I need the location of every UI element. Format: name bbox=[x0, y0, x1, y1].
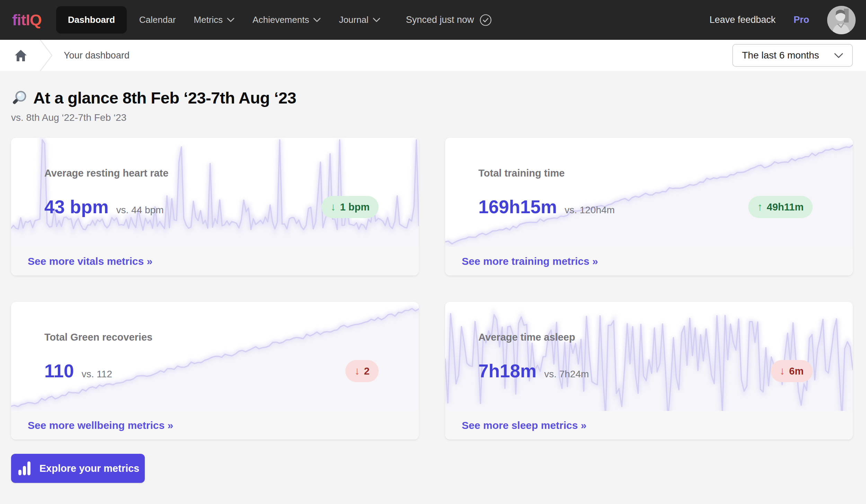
nav-item-achievements[interactable]: Achievements bbox=[247, 15, 326, 25]
nav-item-dashboard[interactable]: Dashboard bbox=[56, 6, 127, 34]
metric-value: 7h18m bbox=[478, 360, 537, 381]
home-icon[interactable] bbox=[14, 48, 28, 62]
delta-badge: ↓ 1 bpm bbox=[321, 196, 379, 218]
explore-metrics-button[interactable]: Explore your metrics bbox=[11, 454, 145, 483]
delta-label: 49h11m bbox=[767, 201, 804, 213]
metric-comparison: vs. 112 bbox=[82, 369, 112, 380]
page-title-text: At a glance 8th Feb ‘23-7th Aug ‘23 bbox=[33, 88, 296, 107]
app-logo[interactable]: fitIQ bbox=[12, 11, 42, 29]
avatar-photo bbox=[827, 6, 856, 34]
card-title: Average time asleep bbox=[478, 332, 836, 343]
plan-badge[interactable]: Pro bbox=[794, 15, 809, 25]
metric-card-time-asleep: Average time asleep 7h18m vs. 7h24m ↓ 6m… bbox=[445, 302, 853, 440]
page-header: At a glance 8th Feb ‘23-7th Aug ‘23 vs. … bbox=[11, 88, 853, 123]
delta-label: 2 bbox=[364, 366, 370, 377]
nav-items: Dashboard Calendar Metrics Achievements … bbox=[53, 6, 389, 34]
nav-item-metrics[interactable]: Metrics bbox=[188, 15, 240, 25]
nav-item-label: Journal bbox=[339, 15, 368, 25]
top-nav: fitIQ Dashboard Calendar Metrics Achieve… bbox=[0, 0, 866, 40]
delta-arrow-icon: ↓ bbox=[354, 365, 360, 377]
see-more-training-link[interactable]: See more training metrics » bbox=[462, 255, 598, 267]
check-circle-icon bbox=[479, 14, 492, 26]
metric-comparison: vs. 7h24m bbox=[544, 369, 589, 380]
metric-card-green-recoveries: Total Green recoveries 110 vs. 112 ↓ 2 S… bbox=[11, 302, 419, 440]
nav-item-journal[interactable]: Journal bbox=[333, 15, 386, 25]
nav-item-label: Achievements bbox=[253, 15, 309, 25]
page-title: At a glance 8th Feb ‘23-7th Aug ‘23 bbox=[11, 88, 853, 107]
metric-value: 110 bbox=[44, 360, 74, 381]
nav-item-calendar[interactable]: Calendar bbox=[134, 15, 182, 25]
breadcrumb-current: Your dashboard bbox=[64, 50, 130, 61]
see-more-wellbeing-link[interactable]: See more wellbeing metrics » bbox=[28, 420, 173, 431]
metric-cards-grid: Average resting heart rate 43 bpm vs. 44… bbox=[11, 138, 853, 440]
explore-button-label: Explore your metrics bbox=[39, 463, 140, 474]
card-title: Average resting heart rate bbox=[44, 168, 402, 179]
nav-item-label: Metrics bbox=[194, 15, 223, 25]
period-select-value: The last 6 months bbox=[742, 50, 819, 61]
sync-status: Synced just now bbox=[406, 14, 492, 26]
bar-chart-icon bbox=[17, 460, 33, 476]
delta-arrow-icon: ↑ bbox=[757, 201, 763, 213]
delta-label: 1 bpm bbox=[340, 201, 370, 213]
nav-item-label: Dashboard bbox=[68, 15, 115, 25]
metric-value: 43 bpm bbox=[44, 196, 109, 217]
sync-status-label: Synced just now bbox=[406, 15, 474, 25]
nav-right: Leave feedback Pro bbox=[709, 6, 856, 34]
magnifier-icon bbox=[11, 90, 28, 106]
delta-arrow-icon: ↓ bbox=[780, 365, 785, 377]
delta-badge: ↓ 6m bbox=[771, 360, 813, 382]
delta-badge: ↓ 2 bbox=[345, 360, 379, 382]
user-avatar[interactable] bbox=[827, 6, 856, 34]
see-more-sleep-link[interactable]: See more sleep metrics » bbox=[462, 420, 586, 431]
delta-label: 6m bbox=[789, 366, 804, 377]
period-select[interactable]: The last 6 months bbox=[732, 44, 853, 67]
breadcrumb-separator bbox=[38, 40, 54, 71]
chevron-down-icon bbox=[313, 18, 321, 22]
delta-arrow-icon: ↓ bbox=[330, 201, 336, 213]
chevron-down-icon bbox=[834, 53, 843, 58]
chevron-down-icon bbox=[227, 18, 235, 22]
chevron-down-icon bbox=[373, 18, 380, 22]
breadcrumb-bar: Your dashboard The last 6 months bbox=[0, 40, 866, 71]
nav-item-label: Calendar bbox=[139, 15, 176, 25]
main-content: At a glance 8th Feb ‘23-7th Aug ‘23 vs. … bbox=[0, 71, 866, 483]
see-more-vitals-link[interactable]: See more vitals metrics » bbox=[28, 255, 152, 267]
metric-comparison: vs. 44 bpm bbox=[116, 205, 164, 216]
card-title: Total Green recoveries bbox=[44, 332, 402, 343]
page-subtitle: vs. 8th Aug ‘22-7th Feb ‘23 bbox=[11, 112, 853, 123]
leave-feedback-link[interactable]: Leave feedback bbox=[709, 15, 776, 25]
card-title: Total training time bbox=[478, 168, 836, 179]
metric-card-heart-rate: Average resting heart rate 43 bpm vs. 44… bbox=[11, 138, 419, 276]
metric-value: 169h15m bbox=[478, 196, 557, 217]
delta-badge: ↑ 49h11m bbox=[748, 196, 813, 218]
metric-card-training-time: Total training time 169h15m vs. 120h4m ↑… bbox=[445, 138, 853, 276]
metric-comparison: vs. 120h4m bbox=[565, 205, 615, 216]
